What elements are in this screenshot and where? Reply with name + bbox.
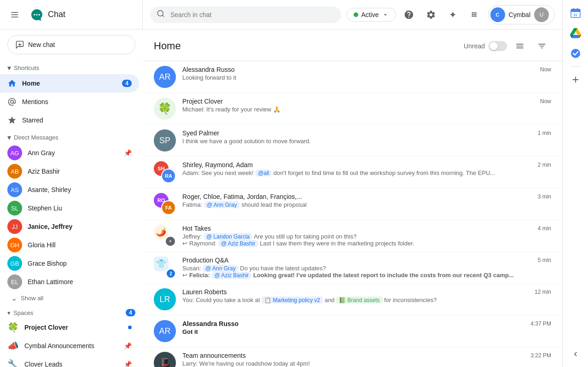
filter-button[interactable] <box>533 37 551 55</box>
chat-item-production-qa[interactable]: 👕 2 Production Q&A 5 min Susan: @ Ann Gr… <box>143 252 562 284</box>
dm-janice-jeffrey[interactable]: JJ Janice, Jeffrey <box>0 217 139 236</box>
search-input[interactable] <box>150 6 341 23</box>
chat-item-alessandra-2[interactable]: AR Alessandra Russo 4:37 PM Got it <box>143 315 562 347</box>
prod-qa-icon: 👕 <box>154 256 169 271</box>
chat-preview: Michael: It's ready for your review 🙏 <box>182 106 505 113</box>
space-project-clover[interactable]: 🍀 Project Clover <box>0 318 139 337</box>
chat-body: Production Q&A 5 min Susan: @ Ann Gray D… <box>182 256 551 279</box>
group-avatar-wrap: SH RA <box>154 161 176 183</box>
list-view-button[interactable] <box>511 37 529 55</box>
home-label: Home <box>22 80 116 87</box>
space-cymbal-announcements[interactable]: 📣 Cymbal Announcements 📌 <box>0 337 139 355</box>
chat-item-roger-group[interactable]: RO FA Roger, Chloe, Fatima, Jordan, Fran… <box>143 188 562 220</box>
settings-button[interactable] <box>422 6 440 24</box>
hamburger-menu-button[interactable] <box>4 4 26 26</box>
expand-icon-button[interactable] <box>566 345 585 363</box>
chat-time: 12 min <box>535 289 551 295</box>
chat-time: 1 min <box>538 130 551 136</box>
chat-preview: Fatima: @ Ann Gray should lead the propo… <box>182 201 505 208</box>
chat-name-row: Shirley, Raymond, Adam 2 min <box>182 161 551 169</box>
chat-item-project-clover[interactable]: 🍀 Project Clover Now Michael: It's ready… <box>143 93 562 125</box>
mention-aziz: @ Aziz Bashir <box>218 240 258 247</box>
svg-point-16 <box>571 49 580 58</box>
dm-grace-bishop[interactable]: GB Grace Bishop <box>0 254 139 273</box>
user-chip[interactable]: C Cymbal U <box>488 5 555 24</box>
chat-preview-2: Felicia: @ Aziz Bashir Looking great! I'… <box>189 272 514 279</box>
right-bar: 31 <box>562 0 588 367</box>
space-icon-leads: 🔧 <box>7 359 19 367</box>
chat-preview-1: Jeffrey: @ Landon Garcia Are you still u… <box>182 233 505 240</box>
mention-ann: @ Ann Gray <box>204 201 240 208</box>
hot-takes-extra: + <box>165 236 176 247</box>
spaces-chevron: ▾ <box>7 309 11 316</box>
add-icon-button[interactable] <box>566 70 585 89</box>
status-label: Active <box>361 11 378 18</box>
new-chat-label: New chat <box>28 41 55 48</box>
svg-text:31: 31 <box>573 13 577 17</box>
chat-time: Now <box>540 98 551 105</box>
svg-rect-14 <box>577 8 578 11</box>
page-title: Home <box>154 40 464 52</box>
status-button[interactable]: Active <box>347 8 396 22</box>
sidebar-item-home[interactable]: Home 4 <box>0 74 139 93</box>
chat-avatar-team: 🎩 <box>154 352 176 367</box>
dm-show-all[interactable]: ⌄ Show all <box>0 291 143 305</box>
unread-dot-clover <box>128 326 132 329</box>
chat-time: 4:37 PM <box>530 320 551 327</box>
unread-toggle-pill[interactable] <box>489 41 507 51</box>
space-clover-leads[interactable]: 🔧 Clover Leads 📌 <box>0 355 139 367</box>
tasks-icon-button[interactable] <box>566 44 585 63</box>
unread-toggle[interactable]: Unread <box>464 41 507 51</box>
reply-arrow: ↩ <box>182 240 187 247</box>
sidebar-item-starred[interactable]: Starred <box>0 111 139 129</box>
apps-button[interactable] <box>466 6 484 24</box>
spaces-label[interactable]: ▾ Spaces <box>7 309 124 316</box>
dm-ann-gray[interactable]: AG Ann Gray 📌 <box>0 144 139 162</box>
chat-name-row: Syed Palmer 1 min <box>182 129 551 137</box>
spaces-section-header[interactable]: ▾ Spaces 4 <box>0 305 143 318</box>
shortcuts-chevron: ▾ <box>7 64 11 72</box>
dm-gloria-hill[interactable]: GH Gloria Hill <box>0 236 139 254</box>
chat-item-syed-palmer[interactable]: SP Syed Palmer 1 min I think we have a g… <box>143 125 562 157</box>
chat-body: Shirley, Raymond, Adam 2 min Adam: See y… <box>182 161 551 176</box>
drive-icon-button[interactable] <box>566 24 585 42</box>
chat-name-row: Hot Takes 4 min <box>182 225 551 232</box>
group-avatar-2: RA <box>161 169 176 183</box>
chat-name-row: Alessandra Russo Now <box>182 66 551 73</box>
dm-avatar-ethan: EL <box>7 274 22 289</box>
dm-asante-shirley[interactable]: AS Asante, Shirley <box>0 181 139 199</box>
group-avatar-wrap-2: RO FA <box>154 193 176 215</box>
calendar-icon-button[interactable]: 31 <box>566 4 585 22</box>
svg-point-5 <box>36 14 37 15</box>
dm-chevron: ▾ <box>7 133 11 142</box>
dm-avatar-gloria: GH <box>7 238 22 252</box>
chat-name: Production Q&A <box>182 256 228 264</box>
sparkle-button[interactable]: ✦ <box>444 6 462 24</box>
dm-aziz-bashir[interactable]: AB Aziz Bashir <box>0 162 139 181</box>
chat-item-team-announcements[interactable]: 🎩 Team announcements 3:22 PM Larry: We'r… <box>143 347 562 367</box>
chat-item-lauren-roberts[interactable]: LR Lauren Roberts 12 min You: Could you … <box>143 284 562 315</box>
chat-avatar-syed: SP <box>154 129 176 151</box>
chat-preview: You: Could you take a look at 📋 Marketin… <box>182 297 505 303</box>
spaces-badge: 4 <box>126 309 135 316</box>
dm-ethan-lattimore[interactable]: EL Ethan Lattimore <box>0 273 139 291</box>
pin-icon-cymbal: 📌 <box>124 342 132 350</box>
shortcuts-section[interactable]: ▾ Shortcuts <box>0 60 143 74</box>
help-button[interactable] <box>400 6 418 24</box>
chat-item-shirley-raymond-adam[interactable]: SH RA Shirley, Raymond, Adam 2 min Adam:… <box>143 157 562 188</box>
chat-preview: I think we have a good solution to move … <box>182 138 505 145</box>
chat-time: 4 min <box>538 225 551 232</box>
dm-stephen-liu[interactable]: SL Stephen Liu <box>0 199 139 217</box>
reply-row: ↩ Raymond: @ Aziz Bashir Last I saw them… <box>182 240 551 247</box>
new-chat-button[interactable]: New chat <box>7 35 135 54</box>
mentions-label: Mentions <box>22 98 132 105</box>
chat-item-hot-takes[interactable]: 🌶️ + Hot Takes 4 min Jeffrey: @ Landon G… <box>143 220 562 252</box>
chat-name-row: Alessandra Russo 4:37 PM <box>182 320 551 327</box>
sidebar-item-mentions[interactable]: Mentions <box>0 93 139 111</box>
chat-item-alessandra-1[interactable]: AR Alessandra Russo Now Looking forward … <box>143 61 562 93</box>
chat-preview-2: Raymond: @ Aziz Bashir Last I saw them t… <box>189 240 414 247</box>
pin-icon-ann: 📌 <box>124 149 132 157</box>
dm-section-header[interactable]: ▾ Direct Messages <box>0 129 143 144</box>
chat-name: Project Clover <box>182 98 223 105</box>
mention-all: @all <box>255 169 272 176</box>
